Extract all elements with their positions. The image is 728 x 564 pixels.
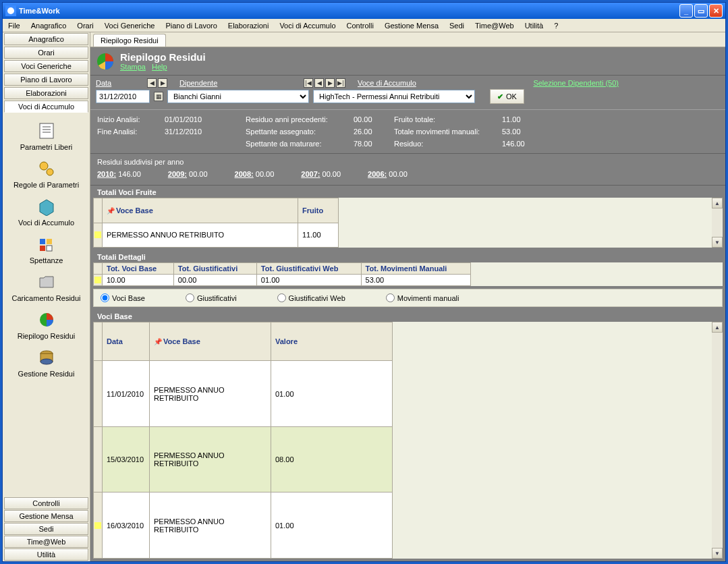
cell-valore: 01.00	[271, 361, 393, 427]
cell-tot-voci: 10.00	[103, 275, 174, 286]
totali-dettagli-table-wrap: Tot. Voci Base Tot. Giustificativi Tot. …	[93, 262, 723, 286]
sidebar-section-button[interactable]: Orari	[4, 47, 88, 59]
help-link[interactable]: Help	[152, 63, 167, 71]
close-button[interactable]: ✕	[709, 4, 723, 18]
table-row[interactable]: 16/03/2010 PERMESSO ANNUO RETRIBUITO 01.…	[94, 492, 393, 559]
menu-item[interactable]: Orari	[72, 20, 99, 31]
dipendente-select[interactable]: Bianchi Gianni	[167, 90, 309, 103]
sidebar-section-button-active[interactable]: Voci di Accumulo	[4, 101, 88, 113]
titlebar: Time&Work _ ▭ ✕	[3, 3, 725, 19]
menu-item[interactable]: Piano di Lavoro	[160, 20, 222, 31]
voce-label: Voce di Accumulo	[358, 79, 416, 87]
scroll-track[interactable]	[712, 333, 723, 548]
radio-movimenti-manuali[interactable]: Movimenti manuali	[386, 293, 459, 302]
data-prev-button[interactable]: ◀	[147, 78, 157, 88]
menu-item[interactable]: Controlli	[341, 20, 379, 31]
sidebar-item-label: Parametri Liberi	[20, 143, 73, 151]
stampa-link[interactable]: Stampa	[120, 63, 146, 71]
menu-item[interactable]: Anagrafico	[26, 20, 72, 31]
main-area: Anagrafico Orari Voci Generiche Piano di…	[3, 32, 725, 561]
menu-item[interactable]: Voci di Accumulo	[274, 20, 341, 31]
sidebar-item-parametri-liberi[interactable]: Parametri Liberi	[4, 120, 88, 151]
vertical-scrollbar[interactable]: ▲ ▼	[712, 322, 723, 559]
sidebar-section-button[interactable]: Piano di Lavoro	[4, 74, 88, 86]
menu-item[interactable]: Time@Web	[470, 20, 520, 31]
svg-marker-8	[40, 200, 53, 216]
voci-base-table-wrap: Data 📌Voce Base Valore 11/01/2010 PERMES…	[93, 322, 723, 559]
sidebar-section-button[interactable]: Controlli	[4, 497, 88, 509]
menu-item[interactable]: Elaborazioni	[223, 20, 275, 31]
sidebar-item-riepilogo-residui[interactable]: Riepilogo Residui	[4, 309, 88, 340]
menu-item[interactable]: ?	[549, 20, 563, 31]
sidebar-section-button[interactable]: Sedi	[4, 523, 88, 535]
year-label: 2010:	[97, 170, 116, 178]
minimize-button[interactable]: _	[679, 4, 693, 18]
menu-item[interactable]: Voci Generiche	[99, 20, 161, 31]
year-value: 00.00	[256, 170, 275, 178]
cell-voce: PERMESSO ANNUO RETRIBUITO	[103, 223, 298, 248]
content-panel: Riepilogo Residui Riepilogo Residui Stam…	[90, 32, 725, 561]
filter-row: Data ◀ ▶ Dipendente |◀ ◀ ▶ ▶| V	[90, 76, 725, 109]
table-row[interactable]: 10.00 00.00 01.00 53.00	[94, 275, 471, 286]
dipendente-prev-button[interactable]: ◀	[314, 78, 324, 88]
radio-input[interactable]	[386, 293, 395, 302]
menu-item[interactable]: Utilità	[520, 20, 549, 31]
sidebar-item-voci-di-accumulo[interactable]: Voci di Accumulo	[4, 196, 88, 227]
data-next-button[interactable]: ▶	[158, 78, 167, 88]
fruito-label: Fruito totale:	[394, 115, 502, 123]
scroll-down-button[interactable]: ▼	[712, 548, 723, 559]
totali-voci-fruite-title: Totali Voci Fruite	[90, 186, 725, 198]
scroll-up-button[interactable]: ▲	[712, 198, 723, 208]
radio-input[interactable]	[277, 293, 286, 302]
data-input[interactable]	[96, 90, 150, 103]
row-selector[interactable]	[94, 275, 103, 286]
cell-fruito: 11.00	[298, 223, 339, 248]
sidebar-section-button[interactable]: Time@Web	[4, 536, 88, 548]
table-row[interactable]: 11/01/2010 PERMESSO ANNUO RETRIBUITO 01.…	[94, 361, 393, 427]
row-selector[interactable]	[94, 223, 103, 248]
scroll-track[interactable]	[712, 208, 723, 237]
table-header-row: Data 📌Voce Base Valore	[94, 322, 393, 361]
sidebar-icon-list: Parametri Liberi Regole di Parametri Voc…	[3, 113, 90, 497]
row-selector[interactable]	[94, 426, 103, 492]
menubar: File Anagrafico Orari Voci Generiche Pia…	[3, 19, 725, 32]
scroll-down-button[interactable]: ▼	[712, 237, 723, 248]
menu-item[interactable]: Gestione Mensa	[379, 20, 444, 31]
row-selector[interactable]	[94, 492, 103, 559]
year-value: 00.00	[189, 170, 208, 178]
radio-input[interactable]	[186, 293, 194, 302]
calendar-button[interactable]: ▦	[154, 92, 163, 101]
radio-giustificativi[interactable]: Giustificativi	[186, 293, 237, 302]
sidebar-section-button[interactable]: Elaborazioni	[4, 87, 88, 99]
dipendente-first-button[interactable]: |◀	[304, 78, 313, 88]
ok-label: OK	[506, 92, 517, 101]
sidebar-item-spettanze[interactable]: Spettanze	[4, 233, 88, 264]
row-selector[interactable]	[94, 361, 103, 427]
sidebar-item-regole-di-parametri[interactable]: Regole di Parametri	[4, 158, 88, 189]
sidebar-section-button[interactable]: Voci Generiche	[4, 60, 88, 72]
sidebar-item-label: Regole di Parametri	[13, 181, 79, 189]
selezione-dipendenti-link[interactable]: Selezione Dipendenti (50)	[533, 79, 619, 87]
sidebar-item-label: Gestione Residui	[18, 370, 75, 378]
scroll-up-button[interactable]: ▲	[712, 322, 723, 333]
vertical-scrollbar[interactable]: ▲ ▼	[712, 198, 723, 248]
sidebar-section-button[interactable]: Gestione Mensa	[4, 510, 88, 522]
dipendente-next-button[interactable]: ▶	[325, 78, 335, 88]
menu-item[interactable]: File	[3, 20, 26, 31]
radio-giustificativi-web[interactable]: Giustificativi Web	[277, 293, 345, 302]
menu-item[interactable]: Sedi	[444, 20, 470, 31]
sidebar-section-button[interactable]: Utilità	[4, 548, 88, 561]
dipendente-last-button[interactable]: ▶|	[336, 78, 345, 88]
sidebar-section-button[interactable]: Anagrafico	[4, 33, 88, 45]
sidebar-item-gestione-residui[interactable]: Gestione Residui	[4, 347, 88, 378]
sidebar-item-caricamento-residui[interactable]: Caricamento Residui	[4, 271, 88, 302]
database-icon	[36, 347, 57, 368]
table-row[interactable]: 15/03/2010 PERMESSO ANNUO RETRIBUITO 08.…	[94, 426, 393, 492]
table-row[interactable]: PERMESSO ANNUO RETRIBUITO 11.00	[94, 223, 339, 248]
radio-voci-base[interactable]: Voci Base	[101, 293, 145, 302]
voce-select[interactable]: HighTech - Permessi Annui Retribuiti	[313, 90, 475, 103]
maximize-button[interactable]: ▭	[694, 4, 708, 18]
ok-button[interactable]: ✔ OK	[490, 89, 524, 104]
tab-riepilogo-residui[interactable]: Riepilogo Residui	[93, 34, 166, 47]
radio-input[interactable]	[101, 293, 109, 302]
